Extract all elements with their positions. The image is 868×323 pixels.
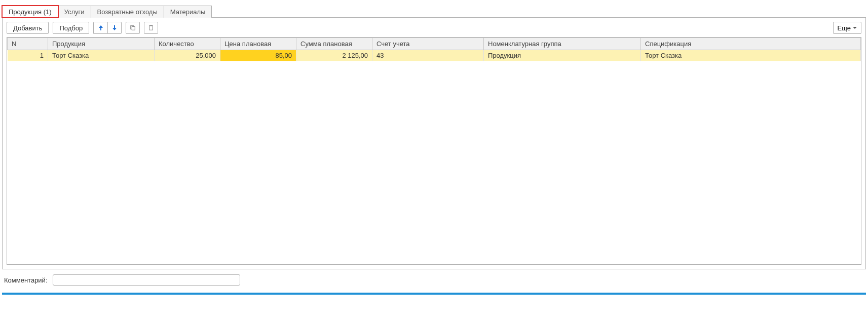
caret-down-icon — [853, 27, 857, 29]
cell-product[interactable]: Торт Сказка — [48, 50, 155, 61]
svg-rect-2 — [149, 26, 153, 30]
data-grid[interactable]: N Продукция Количество Цена плановая Сум… — [7, 37, 861, 265]
bottom-accent-bar — [2, 293, 866, 295]
paste-button[interactable] — [144, 22, 158, 34]
move-up-button[interactable] — [93, 22, 107, 34]
col-header-n[interactable]: N — [8, 38, 48, 50]
svg-rect-1 — [132, 26, 135, 30]
cell-sum[interactable]: 2 125,00 — [296, 50, 372, 61]
cell-account[interactable]: 43 — [372, 50, 484, 61]
cell-n[interactable]: 1 — [8, 50, 48, 61]
tab-materials[interactable]: Материалы — [164, 6, 212, 18]
pick-button[interactable]: Подбор — [53, 22, 89, 34]
comment-label: Комментарий: — [4, 276, 48, 284]
col-header-spec[interactable]: Спецификация — [641, 38, 861, 50]
tab-panel: Добавить Подбор — [2, 17, 866, 269]
tab-services[interactable]: Услуги — [58, 6, 91, 18]
comment-input[interactable] — [53, 274, 240, 286]
tab-return-waste[interactable]: Возвратные отходы — [91, 6, 164, 18]
add-button[interactable]: Добавить — [7, 22, 49, 34]
cell-spec[interactable]: Торт Сказка — [641, 50, 861, 61]
arrow-down-icon — [111, 25, 118, 31]
col-header-product[interactable]: Продукция — [48, 38, 155, 50]
cell-price[interactable]: 85,00 — [220, 50, 296, 61]
copy-button[interactable] — [126, 22, 140, 34]
table-row[interactable]: 1 Торт Сказка 25,000 85,00 2 125,00 43 П… — [8, 50, 861, 61]
tab-products[interactable]: Продукция (1) — [2, 6, 58, 18]
truncated-header — [2, 0, 866, 4]
col-header-qty[interactable]: Количество — [155, 38, 220, 50]
move-down-button[interactable] — [107, 22, 122, 34]
more-label: Еще — [838, 24, 851, 32]
more-button[interactable]: Еще — [833, 22, 861, 34]
col-header-group[interactable]: Номенклатурная группа — [484, 38, 641, 50]
cell-qty[interactable]: 25,000 — [155, 50, 220, 61]
tabs: Продукция (1) Услуги Возвратные отходы М… — [2, 5, 866, 17]
copy-icon — [130, 25, 136, 31]
toolbar: Добавить Подбор — [7, 22, 861, 34]
comment-row: Комментарий: — [2, 274, 866, 286]
arrow-up-icon — [98, 25, 104, 31]
col-header-sum[interactable]: Сумма плановая — [296, 38, 372, 50]
svg-rect-3 — [150, 25, 152, 26]
paste-icon — [148, 25, 154, 31]
cell-group[interactable]: Продукция — [484, 50, 641, 61]
col-header-price[interactable]: Цена плановая — [220, 38, 296, 50]
col-header-account[interactable]: Счет учета — [372, 38, 484, 50]
move-buttons — [93, 22, 122, 34]
table-header-row: N Продукция Количество Цена плановая Сум… — [8, 38, 861, 50]
